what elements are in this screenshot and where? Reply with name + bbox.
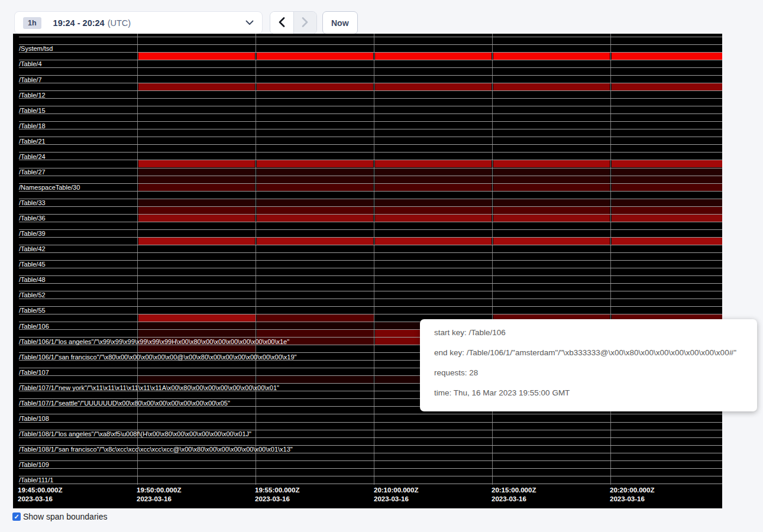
range-timezone: (UTC) — [108, 18, 131, 28]
heat-band — [612, 53, 723, 60]
row-key-label: /Table/15 — [19, 107, 46, 114]
next-time-button[interactable] — [293, 12, 316, 34]
row-key-label: /Table/108 — [19, 415, 49, 422]
heat-band — [138, 199, 255, 206]
heat-band — [138, 83, 255, 90]
row-key-label: /NamespaceTable/30 — [19, 184, 80, 191]
heat-band — [375, 176, 492, 183]
span-boundary-line — [19, 37, 722, 37]
span-boundary-line — [19, 476, 722, 476]
heat-band — [257, 160, 373, 167]
span-boundary-line — [19, 291, 722, 291]
axis-tick-time: 19:50:00.000Z — [137, 486, 181, 494]
axis-tick-date: 2023-03-16 — [137, 495, 172, 502]
heat-band — [375, 215, 492, 222]
row-key-label: /Table/18 — [19, 122, 46, 129]
row-key-label: /Table/7 — [19, 76, 42, 83]
span-boundary-line — [19, 98, 722, 99]
row-key-label: /Table/12 — [19, 92, 46, 99]
row-key-label: /Table/45 — [19, 261, 46, 268]
time-range-selector[interactable]: 1h 19:24 - 20:24 (UTC) — [14, 11, 263, 34]
heat-band — [612, 207, 723, 214]
span-boundary-line — [19, 283, 722, 284]
axis-tick-time: 19:55:00.000Z — [255, 486, 299, 494]
time-gridline — [492, 34, 493, 485]
span-boundary-line — [19, 67, 722, 68]
row-key-label: /Table/4 — [19, 60, 42, 67]
heat-band — [138, 215, 255, 222]
heat-band — [257, 207, 373, 214]
span-boundary-line — [19, 268, 722, 268]
heat-band — [493, 184, 610, 191]
span-boundary-line — [19, 152, 722, 153]
key-visualizer-heatmap[interactable]: /System/tsd/Table/4/Table/7/Table/12/Tab… — [13, 34, 722, 508]
row-key-label: /Table/106/1/"los angeles"/"\x99\x99\x99… — [19, 338, 289, 345]
axis-tick-time: 20:15:00.000Z — [492, 486, 536, 494]
heat-band — [257, 314, 374, 322]
heat-band — [257, 184, 373, 191]
tooltip-start-key: start key: /Table/106 — [434, 327, 743, 339]
heat-band — [375, 184, 492, 191]
span-boundary-line — [19, 422, 722, 423]
heat-band — [138, 207, 255, 214]
axis-tick-date: 2023-03-16 — [255, 495, 290, 502]
row-key-label: /Table/33 — [19, 199, 46, 206]
chevron-right-icon — [302, 17, 308, 29]
range-duration-badge: 1h — [23, 17, 41, 29]
heat-band — [612, 83, 723, 90]
heat-band — [257, 53, 373, 60]
show-span-boundaries-checkbox[interactable]: ✓ — [12, 512, 21, 521]
span-boundary-line — [19, 299, 722, 299]
time-gridline — [137, 34, 138, 485]
axis-tick-time: 20:10:00.000Z — [374, 486, 418, 494]
heat-band — [493, 83, 610, 90]
heat-band — [493, 215, 610, 222]
row-key-label: /Table/108/1/"los angeles"/"\xa8\xf5\u00… — [19, 430, 251, 437]
row-key-label: /Table/24 — [19, 153, 46, 160]
row-key-label: /Table/107/1/"new york"/"\x11\x11\x11\x1… — [19, 384, 279, 391]
heat-band — [257, 376, 373, 383]
heat-band — [493, 53, 610, 60]
heat-band — [138, 314, 256, 322]
span-boundary-line — [19, 260, 722, 261]
row-key-label: /Table/106 — [19, 323, 49, 330]
heat-band — [257, 83, 373, 90]
heat-band — [138, 345, 256, 352]
time-gridline — [374, 34, 374, 485]
span-boundary-line — [19, 252, 722, 253]
row-key-label: /Table/52 — [19, 291, 46, 299]
span-boundary-line — [19, 90, 722, 91]
axis-tick-date: 2023-03-16 — [18, 495, 53, 502]
time-nav-group — [270, 11, 317, 34]
row-key-label: /Table/55 — [19, 307, 46, 314]
heat-band — [612, 184, 723, 191]
span-boundary-line — [19, 121, 722, 122]
heat-band — [138, 184, 255, 191]
heat-band — [375, 199, 492, 206]
tooltip-time: time: Thu, 16 Mar 2023 19:55:00 GMT — [434, 387, 743, 399]
heat-band — [493, 199, 610, 206]
span-boundary-line — [19, 137, 722, 137]
footer: ✓ Show span boundaries — [12, 512, 107, 521]
now-button[interactable]: Now — [322, 11, 358, 34]
span-boundary-line — [19, 468, 722, 469]
heat-band — [138, 238, 255, 245]
heat-band — [138, 376, 255, 383]
tooltip-requests: requests: 28 — [434, 367, 743, 379]
row-key-label: /Table/109 — [19, 461, 49, 468]
span-tooltip: start key: /Table/106 end key: /Table/10… — [420, 319, 757, 411]
row-key-label: /Table/108/1/"san francisco"/"\x8c\xcc\x… — [19, 446, 293, 453]
prev-time-button[interactable] — [270, 12, 293, 34]
heat-band — [375, 160, 492, 167]
heat-band — [612, 176, 723, 183]
heat-band — [493, 176, 610, 183]
time-gridline — [256, 34, 256, 485]
row-key-label: /Table/107/1/"seattle"/"UUUUUUD\x00\x80\… — [19, 400, 230, 407]
show-span-boundaries-label: Show span boundaries — [23, 512, 107, 521]
heat-band — [257, 330, 374, 337]
span-boundary-line — [19, 245, 722, 245]
axis-tick-date: 2023-03-16 — [492, 495, 526, 502]
span-boundary-line — [19, 275, 722, 276]
row-key-label: /Table/39 — [19, 230, 46, 237]
heat-band — [138, 168, 255, 176]
